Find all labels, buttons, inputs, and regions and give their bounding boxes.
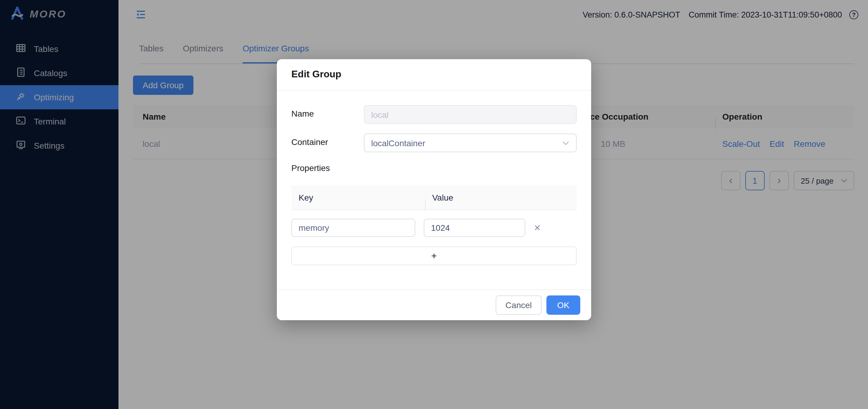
property-row: ✕	[291, 219, 577, 237]
name-label: Name	[291, 105, 364, 124]
modal-body: Name Container localContainer	[277, 91, 591, 289]
remove-property-button[interactable]: ✕	[531, 222, 543, 234]
properties-header-row: Key Value	[291, 186, 577, 210]
properties-label: Properties	[291, 163, 577, 173]
property-value-input[interactable]	[424, 219, 525, 237]
modal-title: Edit Group	[291, 69, 577, 80]
container-select-value: localContainer	[371, 138, 425, 148]
properties-value-header: Value	[425, 193, 577, 202]
chevron-down-icon	[562, 140, 569, 145]
modal-header: Edit Group	[277, 59, 591, 91]
container-select[interactable]: localContainer	[364, 133, 577, 152]
modal-footer: Cancel OK	[277, 289, 591, 320]
app-root: MORO Tables	[0, 0, 868, 409]
group-name-input[interactable]	[364, 105, 577, 124]
container-form-row: Container localContainer	[291, 133, 577, 152]
property-key-input[interactable]	[291, 219, 415, 237]
properties-key-header: Key	[291, 193, 425, 202]
ok-button[interactable]: OK	[547, 295, 580, 315]
cancel-button[interactable]: Cancel	[496, 295, 541, 315]
add-property-button[interactable]: +	[291, 247, 577, 265]
name-form-row: Name	[291, 105, 577, 124]
container-label: Container	[291, 133, 364, 152]
edit-group-modal: Edit Group Name Container localContainer	[277, 59, 591, 320]
